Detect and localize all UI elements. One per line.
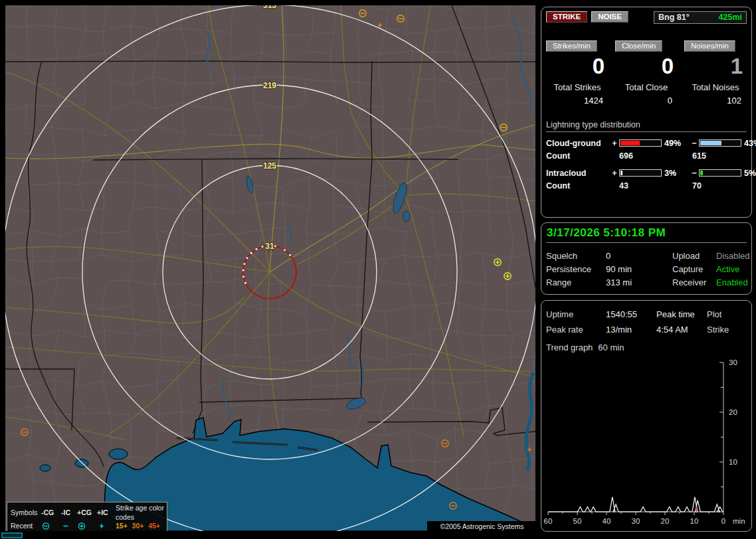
bearing-range-box: Bng 81° 425mi xyxy=(654,11,747,24)
trend-window-value: 60 min xyxy=(598,343,624,352)
copyright-text: ©2005 Astrogenic Systems xyxy=(440,522,523,530)
spacer xyxy=(610,151,619,161)
positive-count: 696 xyxy=(619,151,692,161)
trend-x-label: 60 xyxy=(544,517,553,525)
persistence-dot xyxy=(242,270,244,271)
session-cell: 1540:55 xyxy=(606,309,656,319)
session-cell: Peak time xyxy=(656,309,707,319)
trend-x-label: 20 xyxy=(661,517,670,525)
range-distance-value: 425mi xyxy=(719,13,742,22)
lightning-type-distribution: Lightning type distribution Cloud-ground… xyxy=(546,120,747,191)
rate-button-0[interactable]: Strikes/min xyxy=(546,40,597,52)
ring-distance-label: 313 xyxy=(263,5,276,10)
age-code: 90+ xyxy=(148,531,160,532)
trend-graph-label: Trend graph xyxy=(546,343,593,352)
counter-column: Noises/min1Total Noises102 xyxy=(684,40,747,106)
trend-x-label: 50 xyxy=(573,517,582,525)
strike-counters-panel: STRIKE NOISE Bng 81° 425mi Strikes/min0T… xyxy=(541,7,752,218)
copyright-bar: ©2005 Astrogenic Systems xyxy=(427,521,535,531)
positive-bar xyxy=(619,139,662,147)
persistence-dot xyxy=(274,245,276,247)
rate-value: 0 xyxy=(546,53,609,80)
legend-symbol xyxy=(97,522,116,530)
session-cell: Plot xyxy=(707,309,747,319)
total-label: Total Noises xyxy=(684,82,747,92)
count-label: Count xyxy=(546,151,610,161)
persistence-dot xyxy=(246,257,248,259)
positive-bar xyxy=(619,169,662,177)
strike-age-codes: 15+30+45+ xyxy=(116,522,164,531)
minus-sign: − xyxy=(690,169,699,178)
trend-y-label: 30 xyxy=(729,358,737,366)
total-value: 0 xyxy=(615,96,678,106)
distribution-title: Lightning type distribution xyxy=(546,120,747,132)
minus-sign: − xyxy=(690,139,699,148)
age-code: 45+ xyxy=(148,522,160,531)
session-cell: 13/min xyxy=(606,325,656,335)
age-code: 60+ xyxy=(116,531,128,532)
legend-row-label: Recent xyxy=(11,522,41,531)
total-value: 1424 xyxy=(546,96,609,106)
map-panel: 31125219313 Symbols-CG-IC+CG+ICStrike ag… xyxy=(5,5,535,531)
rate-value: 1 xyxy=(684,53,747,80)
status-value: 313 mi xyxy=(606,277,672,287)
strike-button[interactable]: STRIKE xyxy=(546,11,587,23)
rate-button-1[interactable]: Close/min xyxy=(615,40,662,52)
trend-x-unit: min xyxy=(733,517,745,525)
trend-x-label: 10 xyxy=(690,517,699,525)
total-label: Total Close xyxy=(615,82,678,92)
map-canvas[interactable]: 31125219313 xyxy=(5,5,535,531)
negative-count: 70 xyxy=(692,181,747,191)
negative-bar xyxy=(699,169,741,177)
persistence-dot xyxy=(244,282,246,284)
negative-percent: 43% xyxy=(741,139,756,148)
session-row: Peak rate13/min4:54 AMStrike xyxy=(546,322,747,337)
session-cell: Peak rate xyxy=(546,325,606,335)
counter-column: Close/min0Total Close0 xyxy=(615,40,678,106)
datetime-display: 3/17/2026 5:10:18 PM xyxy=(546,226,747,243)
plus-sign: + xyxy=(610,139,619,148)
ring-distance-label: 219 xyxy=(263,81,276,90)
session-row: Uptime1540:55Peak timePlot xyxy=(546,307,747,322)
status-value: Disabled xyxy=(716,251,750,261)
circle-minus-icon xyxy=(41,522,50,530)
trend-y-label: 20 xyxy=(729,408,737,416)
status-value: 90 min xyxy=(606,264,672,274)
status-value: Active xyxy=(716,264,747,274)
window-corner-chip xyxy=(1,532,23,538)
distribution-count-row: Count696615 xyxy=(546,151,747,161)
status-rows: Squelch0UploadDisabledPersistence90 minC… xyxy=(546,249,747,289)
status-label: Upload xyxy=(672,251,716,261)
status-label: Capture xyxy=(672,264,716,274)
ring-distance-label: 31 xyxy=(265,242,274,251)
map-legend: Symbols-CG-IC+CG+ICStrike age color code… xyxy=(7,502,167,531)
positive-percent: 49% xyxy=(662,139,690,148)
age-code: 15+ xyxy=(116,522,128,531)
negative-count: 615 xyxy=(692,151,747,161)
legend-header: +IC xyxy=(97,508,116,518)
trend-line xyxy=(548,497,723,512)
count-label: Count xyxy=(546,181,610,191)
status-row: Range313 miReceiverEnabled xyxy=(546,275,747,289)
persistence-dot xyxy=(242,276,244,278)
distribution-type-label: Intracloud xyxy=(546,169,610,178)
legend-row-label: Old xyxy=(11,531,41,532)
session-cell: 4:54 AM xyxy=(656,325,707,335)
session-rows: Uptime1540:55Peak timePlotPeak rate13/mi… xyxy=(546,307,747,337)
spacer xyxy=(610,181,619,191)
noise-button[interactable]: NOISE xyxy=(591,11,628,23)
persistence-dot xyxy=(250,252,252,254)
legend-header: Strike age color codes xyxy=(116,504,164,522)
status-row: Persistence90 minCaptureActive xyxy=(546,262,747,275)
status-value: 0 xyxy=(606,251,672,261)
bearing-value: Bng 81° xyxy=(658,13,690,22)
trend-x-label: 30 xyxy=(632,517,640,525)
rate-button-2[interactable]: Noises/min xyxy=(684,40,735,52)
lightning-tracker-app: 31125219313 Symbols-CG-IC+CG+ICStrike ag… xyxy=(0,0,756,539)
status-label: Persistence xyxy=(546,264,606,274)
distribution-row: Cloud-ground+49%−43% xyxy=(546,137,747,149)
legend-header: Symbols xyxy=(11,508,41,518)
negative-bar xyxy=(699,139,741,147)
legend-header: -IC xyxy=(61,508,77,518)
plus-sign: + xyxy=(610,169,619,178)
